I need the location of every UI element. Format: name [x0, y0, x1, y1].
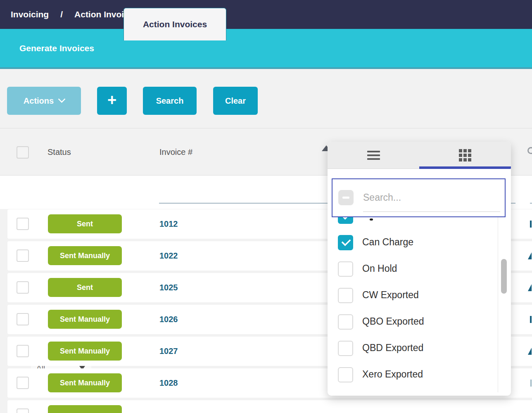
option-label: On Hold [362, 263, 397, 274]
select-all-options-checkbox[interactable] [338, 190, 354, 205]
breadcrumb: Invoicing / Action Invoices [0, 9, 138, 19]
filter-option[interactable]: CW Exported [328, 288, 498, 314]
add-button[interactable]: + [97, 87, 127, 115]
actions-button-label: Actions [24, 96, 54, 106]
popover-scrollbar-thumb[interactable] [501, 259, 507, 294]
status-badge [48, 405, 122, 413]
invoice-number-link[interactable]: 1025 [159, 273, 178, 302]
option-checkbox[interactable] [338, 235, 353, 250]
breadcrumb-separator: / [60, 9, 63, 19]
clipped-text-fragment [530, 221, 532, 228]
clipped-text-fragment [530, 380, 532, 387]
clipped-text-fragment [528, 348, 532, 355]
row-checkbox[interactable] [17, 249, 29, 262]
row-checkbox[interactable] [17, 218, 29, 230]
invoice-number-link[interactable]: 1026 [159, 305, 178, 334]
filter-option[interactable]: QBD Exported [328, 341, 498, 367]
search-button[interactable]: Search [143, 87, 197, 115]
invoice-number-link[interactable]: 1027 [159, 337, 178, 366]
filter-option[interactable]: Xero Exported [328, 367, 498, 394]
status-badge: Sent Manually [48, 373, 122, 392]
invoice-number-link[interactable]: 1022 [159, 241, 178, 271]
column-header-invoice[interactable]: Invoice # [159, 147, 192, 157]
option-label: QBO Exported [362, 316, 424, 327]
clear-button[interactable]: Clear [213, 87, 258, 115]
column-filter-popover: Can Charge On Hold CW Exported QBO Expor… [328, 142, 511, 396]
clipped-text-fragment [370, 218, 373, 221]
clipped-column-header-fragment [527, 147, 532, 154]
status-badge: Sent Manually [48, 310, 122, 329]
popover-tab-bar [328, 142, 511, 169]
status-badge: Sent [48, 278, 122, 297]
row-checkbox[interactable] [17, 377, 29, 389]
row-checkbox[interactable] [17, 313, 29, 325]
option-label: Can Charge [362, 237, 413, 248]
filter-option[interactable]: Can Charge [328, 235, 498, 261]
active-tab-indicator [419, 166, 511, 169]
plus-icon: + [107, 91, 116, 109]
option-label: Xero Exported [362, 369, 423, 380]
tab-generate-invoices[interactable]: Generate Invoices [19, 29, 94, 67]
chevron-down-icon [58, 95, 65, 103]
option-checkbox[interactable] [338, 261, 353, 277]
popover-search-box [332, 178, 506, 217]
tab-action-invoices[interactable]: Action Invoices [124, 8, 226, 40]
status-badge: Sent Manually [48, 246, 122, 265]
status-badge: Sent Manually [48, 342, 122, 361]
option-checkbox[interactable] [338, 341, 353, 356]
actions-dropdown-button[interactable]: Actions [7, 87, 81, 115]
clipped-filter-underline-fragment [530, 203, 532, 204]
clipped-text-fragment [530, 316, 532, 323]
column-header-status[interactable]: Status [48, 147, 71, 157]
row-checkbox[interactable] [17, 281, 29, 294]
tab-bar: Generate Invoices [0, 29, 532, 69]
grid-icon [459, 149, 471, 161]
option-checkbox[interactable] [338, 367, 353, 382]
popover-search-input[interactable] [363, 188, 499, 206]
popover-tab-grid[interactable] [419, 142, 511, 169]
filter-option[interactable]: QBO Exported [328, 314, 498, 341]
clipped-text-fragment [528, 252, 532, 259]
filter-option[interactable]: On Hold [328, 261, 498, 288]
option-label: QBD Exported [362, 342, 423, 354]
breadcrumb-section[interactable]: Invoicing [11, 9, 49, 19]
row-checkbox[interactable] [17, 408, 29, 413]
top-nav-bar: Invoicing / Action Invoices [0, 0, 532, 29]
invoice-number-link[interactable]: 1028 [159, 368, 178, 398]
menu-icon [367, 149, 380, 162]
filter-options-list: Can Charge On Hold CW Exported QBO Expor… [328, 209, 498, 394]
option-checkbox[interactable] [338, 288, 353, 303]
status-badge: Sent [48, 214, 122, 233]
select-all-rows-checkbox[interactable] [17, 146, 29, 159]
table-row [7, 400, 532, 413]
app-screen: Invoicing / Action Invoices Generate Inv… [0, 0, 532, 413]
toolbar-divider [0, 128, 532, 128]
option-checkbox[interactable] [338, 314, 353, 330]
clipped-text-fragment [528, 284, 532, 291]
invoice-number-link[interactable]: 1012 [159, 209, 178, 239]
popover-tab-list[interactable] [328, 142, 419, 169]
option-label: CW Exported [362, 290, 419, 301]
row-checkbox[interactable] [17, 345, 29, 357]
popover-scrollbar-track [498, 216, 498, 392]
search-input-underline [363, 211, 500, 212]
